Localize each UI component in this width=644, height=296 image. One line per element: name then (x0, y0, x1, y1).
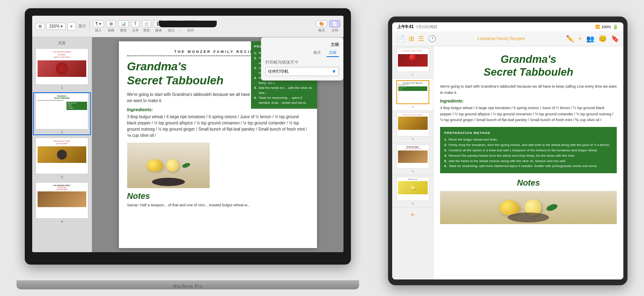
ipad-page-num-2: 2 (394, 105, 431, 109)
macbook-device: ⊞ 150% ▾ + 显示 ¶ ▾ 插入 (25, 8, 363, 289)
green-box-item-5: 5.Add the herbs to t... with the olive o… (254, 86, 314, 95)
thumb-3-title: How do you makeyour za'atar? (38, 140, 86, 145)
ipad-pages-icon[interactable]: ⊞ (409, 35, 414, 43)
ipad-thumb-4-subtitle: Fresh Figs with Almonds (398, 148, 428, 150)
ipad-green-item-3: 3.Combine all the spices in a bowl and a… (444, 148, 613, 153)
thumb-3-img (38, 146, 86, 163)
tab-format[interactable]: 格式 (311, 49, 323, 57)
macbook-base-label: MacBook Pro (173, 284, 202, 289)
ipad-thumb-1-img (398, 54, 428, 67)
ipad-thumb-2: Grandma's Secret Tabbouleh We're going t… (396, 80, 429, 104)
plate (152, 178, 185, 186)
ipad-thumb-3: How do you make your za'atar? (396, 112, 429, 136)
sidebar-page-4[interactable]: THE MONZER FAMILY Fresh Figswith Almonds… (34, 182, 90, 224)
macbook-notch (159, 21, 217, 27)
toolbar-zoom-btn[interactable]: 150% ▾ (46, 23, 66, 30)
ipad-lemon-area (440, 191, 617, 224)
thumb-2-green-box: PREP METHOD1. Rinse2. Chop3. Combine (66, 102, 87, 110)
ipad-sidebar-page-3[interactable]: How do you make your za'atar? 3 (392, 111, 433, 143)
toolbar-shape-label: 形状 (143, 28, 150, 33)
toolbar-text-btn[interactable]: T (131, 20, 140, 27)
ipad-pencil-icon[interactable]: ✏️ (566, 35, 574, 43)
ipad-recipe-title: Grandma's Secret Tabbouleh (440, 53, 617, 79)
toolbar-para-btn[interactable]: ¶ ▾ (93, 20, 104, 27)
toolbar-shape-btn[interactable]: ◻ (142, 20, 151, 27)
ipad-green-item-2: 2.Finely chop the tomatoes, slice the sp… (444, 143, 613, 148)
toolbar-format-btn[interactable]: 🎨 (316, 20, 327, 27)
ipad-battery-icon: 🔋 (613, 24, 618, 30)
ipad-leaf-1 (545, 203, 558, 212)
ipad-status-bar: 上午9:41 7月23日周四 📶 100% 🔋 (392, 22, 623, 31)
toolbar-document-btn[interactable]: 📄 (329, 20, 340, 27)
mac-sidebar: 页面 Our favorite recipesto share,add to, … (32, 37, 92, 252)
ipad-page-num-3: 3 (394, 137, 431, 141)
ipad-thumb-5: Tabbouleh recipe (396, 177, 429, 201)
ipad-status-right: 📶 100% 🔋 (595, 24, 618, 30)
toolbar-text-label: 文本 (132, 28, 139, 33)
ipad-sidebar-page-2[interactable]: Grandma's Secret Tabbouleh We're going t… (392, 79, 433, 111)
lemon-2 (166, 159, 179, 172)
ipad-main: Grandma's Secret Tabbouleh We're going t… (433, 46, 623, 279)
sidebar-page-1[interactable]: Our favorite recipesto share,add to, and… (34, 48, 90, 90)
ipad-plate (508, 212, 549, 222)
ipad-emoji-icon[interactable]: 😊 (599, 35, 607, 43)
ipad-bezel: 上午9:41 7月23日周四 📶 100% 🔋 📄 ⊞ ☰ 🕐 Lebanese… (388, 17, 627, 285)
thumb-1-title: Our favorite recipesto share,add to, and… (38, 50, 86, 59)
sidebar-thumb-2: Grandma'sSecret Tabbouleh We're going to… (36, 93, 88, 129)
ipad-doc-icon[interactable]: 📄 (396, 35, 405, 43)
ipad-green-item-4: 4.Remove the parsley leaves from the ste… (444, 153, 613, 159)
ipad-bookmark-icon[interactable]: 🔖 (611, 35, 619, 43)
sidebar-page-3[interactable]: How do you makeyour za'atar? 3 (34, 138, 90, 179)
toolbar-chart-label: 图表 (120, 28, 127, 33)
ipad-time: 上午9:41 (397, 24, 414, 30)
toolbar-insert-label: 插入 (95, 28, 102, 33)
thumb-4-subtitle: Fresh Figswith Almonds (38, 186, 86, 191)
toolbar-comment-label: 批注 (168, 28, 175, 33)
ipad-thumb-2-body: We're going to start... (398, 84, 427, 86)
toolbar-table-label: 表格 (108, 28, 114, 33)
ipad-sidebar-page-4[interactable]: THE MONZER FAMILY Fresh Figs with Almond… (392, 143, 433, 175)
ipad-lemon-1 (499, 200, 520, 215)
ipad-page-num-4: 4 (394, 169, 431, 173)
leaf-1 (181, 162, 190, 169)
doc-ingredients: 3 tbsp bulgur wheat / 4 large ripe tomat… (127, 114, 309, 138)
ipad-share-icon[interactable]: 👥 (586, 35, 594, 43)
thumb-2-title: Grandma'sSecret Tabbouleh (38, 95, 86, 99)
toolbar-zoom-chevron: ▾ (61, 24, 63, 29)
ipad-page-num-1: 1 (394, 73, 431, 76)
ipad-sidebar-page-1[interactable]: Our favorite recipes to share... 1 (392, 46, 433, 79)
ipad-thumb-5-img (398, 181, 428, 194)
print-popup-label: 打印机与纸张尺寸 (265, 60, 339, 65)
ipad-clock-icon[interactable]: 🕐 (428, 35, 436, 43)
doc-notes-text: Samar: Half a teaspoo... of that and one… (127, 203, 309, 208)
ipad-toolbar-title: Lebanese Family Recipes (440, 36, 562, 41)
sidebar-page-2[interactable]: Grandma'sSecret Tabbouleh We're going to… (34, 93, 90, 134)
ipad-sidebar-page-5[interactable]: Tabbouleh recipe 5 (392, 175, 433, 208)
print-popup-select[interactable]: 任何打印机 ▼ (265, 67, 339, 76)
sidebar-thumb-3: How do you makeyour za'atar? (36, 138, 88, 174)
toolbar-add-page-btn[interactable]: + (67, 22, 76, 31)
macbook-base: MacBook Pro (17, 280, 359, 289)
sidebar-page-num-1: 1 (34, 86, 90, 90)
toolbar-display-label: 显示 (78, 24, 86, 29)
toolbar-chart-btn[interactable]: 📊 (118, 20, 129, 27)
toolbar-display-icon: ⊞ (38, 24, 42, 29)
toolbar-collaborate-label: 协作 (187, 28, 194, 33)
toolbar-group-display: ⊞ 150% ▾ + (36, 22, 76, 31)
ipad-list-icon[interactable]: ☰ (418, 35, 424, 43)
ipad-add-icon[interactable]: + (578, 35, 582, 43)
toolbar-table-btn[interactable]: ⊞ (107, 20, 116, 27)
sidebar-thumb-1: Our favorite recipesto share,add to, and… (36, 48, 88, 85)
ipad-notes-title: Notes (440, 178, 617, 188)
toolbar-sep-1 (89, 21, 90, 32)
ipad-add-page-btn[interactable]: + (392, 208, 433, 223)
ipad-thumb-4: THE MONZER FAMILY Fresh Figs with Almond… (396, 145, 429, 169)
ipad-green-item-5: 5.Add the herbs to the wheat mixture alo… (444, 159, 613, 164)
ipad-thumb-1: Our favorite recipes to share... (396, 48, 429, 72)
ipad-intro: We're going to start with Grandma's tabb… (440, 84, 617, 95)
sidebar-page-num-2: 2 (34, 130, 90, 134)
ipad-green-item-1: 1.Rinse the bulgur wheat and drain. (444, 137, 613, 143)
mac-document-area: 文稿 格式 文稿 打印机与纸张尺寸 任何打印机 ▼ (92, 37, 343, 252)
tab-document[interactable]: 文稿 (327, 49, 339, 57)
toolbar-display-btn[interactable]: ⊞ (36, 23, 45, 30)
